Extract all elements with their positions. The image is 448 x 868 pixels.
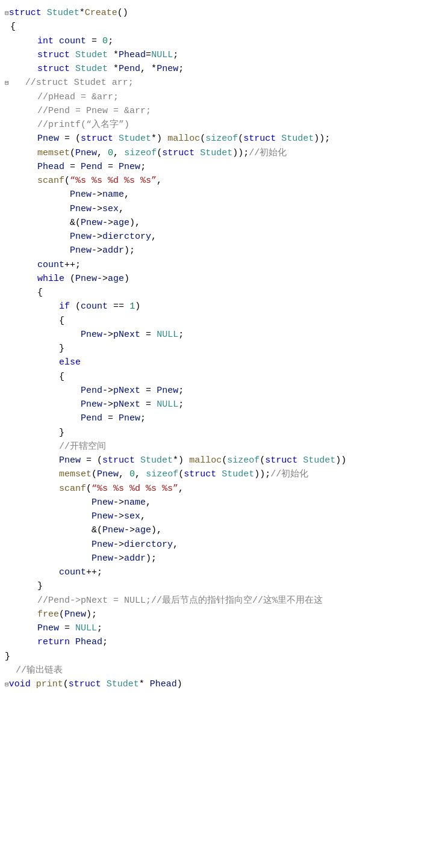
- code-editor: ⊟struct Studet*Create() { int count = 0;…: [0, 0, 448, 697]
- code-content: ⊟struct Studet*Create() { int count = 0;…: [0, 2, 448, 695]
- fold-icon-1[interactable]: ⊟: [5, 10, 9, 17]
- fold-icon-3[interactable]: ⊟: [5, 681, 9, 688]
- fold-icon-2[interactable]: ⊟: [5, 79, 9, 87]
